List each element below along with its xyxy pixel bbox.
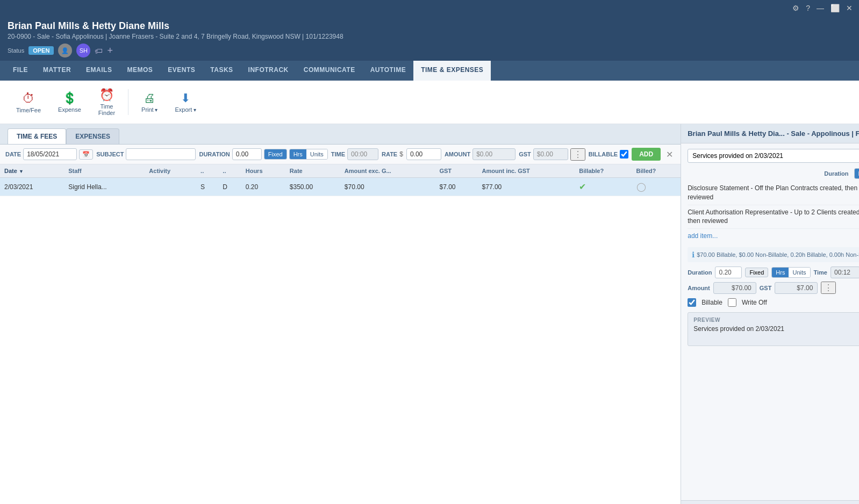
time-finder-icon: ⏰: [99, 88, 114, 102]
user-avatar-generic[interactable]: 👤: [58, 44, 72, 57]
print-button[interactable]: 🖨 Print: [134, 88, 165, 116]
nav-autotime[interactable]: AUTOTIME: [363, 61, 413, 81]
rp-preview-panel: PREVIEW Services provided on 2/03/2021: [688, 312, 859, 346]
rp-item-row-2: Client Authorisation Representative - Up…: [688, 205, 859, 229]
date-col-label: DATE: [5, 151, 21, 157]
rp-duration-field-label: Duration: [688, 269, 712, 276]
table-row[interactable]: 2/03/2021 Sigrid Hella... S D 0.20 $350.…: [0, 178, 681, 196]
main-container: TIME & FEES EXPENSES DATE 📅 SUBJECT DURA…: [0, 124, 859, 504]
units-toggle[interactable]: Units: [306, 149, 327, 159]
rate-col-label: RATE: [382, 151, 397, 157]
col-activity[interactable]: Activity: [145, 164, 196, 178]
duration-unit-toggle: Hrs Units: [289, 149, 328, 160]
export-icon: ⬇: [181, 91, 190, 105]
gst-input: [533, 148, 568, 160]
restore-icon[interactable]: ⬜: [831, 4, 840, 12]
close-icon[interactable]: ✕: [846, 4, 853, 12]
add-icon[interactable]: +: [107, 45, 113, 56]
nav-infotrack[interactable]: INFOTRACK: [241, 61, 296, 81]
add-item-link[interactable]: add item...: [688, 229, 859, 243]
right-panel: Brian Paul Mills & Hetty Dia... - Sale -…: [681, 124, 859, 504]
rp-amount-value: $70.00: [713, 282, 756, 294]
billable-col-label: BILLABLE: [589, 151, 618, 157]
nav-events[interactable]: EVENTS: [160, 61, 203, 81]
time-fee-button[interactable]: ⏱ Time/Fee: [9, 88, 48, 117]
clear-row-button[interactable]: ✕: [664, 149, 675, 160]
status-label: Status: [8, 47, 24, 54]
gst-options-button[interactable]: ⋮: [570, 148, 585, 161]
tag-icon[interactable]: 🏷: [95, 46, 103, 55]
rp-hrs-units-toggle: Hrs Units: [854, 168, 859, 179]
amount-input: [473, 148, 516, 160]
rp-preview-text: Services provided on 2/03/2021: [693, 325, 859, 341]
col-billed[interactable]: Billed?: [632, 164, 681, 178]
subject-input[interactable]: [126, 148, 196, 160]
tabs-bar: TIME & FEES EXPENSES: [0, 124, 681, 144]
col-rate[interactable]: Rate: [285, 164, 340, 178]
tab-expenses[interactable]: EXPENSES: [66, 128, 119, 144]
rp-billable-checkbox[interactable]: [688, 298, 696, 307]
nav-matter[interactable]: MATTER: [35, 61, 78, 81]
hrs-toggle[interactable]: Hrs: [290, 149, 306, 159]
tab-time-fees[interactable]: TIME & FEES: [8, 128, 66, 144]
minimize-icon[interactable]: —: [817, 4, 824, 12]
data-table: Date ▼ Staff Activity .. .. Hours Rate A…: [0, 164, 681, 196]
rp-item-desc-1: Disclosure Statement - Off the Plan Cont…: [688, 184, 859, 202]
billable-checkbox[interactable]: [620, 150, 628, 159]
print-label: Print: [141, 106, 158, 113]
titlebar-controls: ⚙ ? — ⬜ ✕: [792, 4, 853, 12]
col-hours[interactable]: Hours: [241, 164, 285, 178]
cell-amount-inc: $77.00: [478, 178, 575, 196]
rp-hrs-toggle[interactable]: Hrs: [855, 169, 859, 178]
col-amount-inc[interactable]: Amount inc. GST: [478, 164, 575, 178]
cell-col1: S: [196, 178, 218, 196]
nav-memos[interactable]: MEMOS: [119, 61, 160, 81]
time-col-label: TIME: [331, 151, 345, 157]
date-input[interactable]: [23, 148, 77, 160]
col-gst[interactable]: GST: [435, 164, 477, 178]
col-billable[interactable]: Billable?: [575, 164, 632, 178]
rp-gst-value: $7.00: [775, 282, 818, 294]
left-panel: TIME & FEES EXPENSES DATE 📅 SUBJECT DURA…: [0, 124, 681, 504]
time-fee-icon: ⏱: [22, 91, 35, 106]
settings-icon[interactable]: ⚙: [792, 4, 799, 12]
date-picker-button[interactable]: 📅: [79, 149, 93, 160]
nav-emails[interactable]: EMAILS: [78, 61, 119, 81]
export-button[interactable]: ⬇ Export: [167, 88, 204, 116]
table-area: DATE 📅 SUBJECT DURATION Fixed Hrs: [0, 144, 681, 504]
rp-hrs-btn2[interactable]: Hrs: [772, 268, 789, 277]
rp-write-off-checkbox[interactable]: [728, 298, 736, 307]
col-date[interactable]: Date ▼: [0, 164, 64, 178]
col-amount-exc[interactable]: Amount exc. G...: [340, 164, 435, 178]
nav-tasks[interactable]: TASKS: [203, 61, 240, 81]
rp-hrs-units-toggle2: Hrs Units: [771, 267, 810, 278]
duration-input[interactable]: [232, 148, 262, 160]
subject-col-label: SUBJECT: [96, 151, 124, 157]
rp-time-field[interactable]: [831, 267, 859, 278]
rp-duration-field[interactable]: [715, 267, 742, 278]
fixed-toggle[interactable]: Fixed: [264, 149, 287, 159]
nav-time-expenses[interactable]: TIME & EXPENSES: [413, 61, 491, 81]
status-badge: OPEN: [28, 46, 54, 55]
rate-dollar-sign: $: [399, 150, 403, 158]
cell-col2: D: [218, 178, 241, 196]
cell-amount-exc: $70.00: [340, 178, 435, 196]
rp-units-btn2[interactable]: Units: [789, 268, 810, 277]
nav-communicate[interactable]: COMMUNICATE: [296, 61, 363, 81]
col-staff[interactable]: Staff: [64, 164, 145, 178]
rp-fixed-btn[interactable]: Fixed: [745, 268, 768, 277]
expense-button[interactable]: 💲 Expense: [51, 88, 89, 116]
time-finder-button[interactable]: ⏰ TimeFinder: [91, 85, 123, 119]
rp-info-row: ℹ $70.00 Billable, $0.00 Non-Billable, 0…: [688, 247, 859, 262]
cell-billable: ✔: [575, 178, 632, 196]
toolbar-separator: [128, 89, 128, 115]
rp-amount-options-btn[interactable]: ⋮: [821, 282, 836, 294]
rp-amount-row: Amount $70.00 GST $7.00 ⋮: [688, 282, 859, 294]
help-icon[interactable]: ?: [806, 4, 810, 12]
nav-file[interactable]: FILE: [5, 61, 35, 81]
add-button[interactable]: ADD: [632, 148, 661, 161]
rate-input[interactable]: [406, 148, 441, 160]
user-avatar-sh[interactable]: SH: [76, 44, 90, 57]
cell-billed: ◯: [632, 178, 681, 196]
rp-description-input[interactable]: [688, 149, 859, 163]
